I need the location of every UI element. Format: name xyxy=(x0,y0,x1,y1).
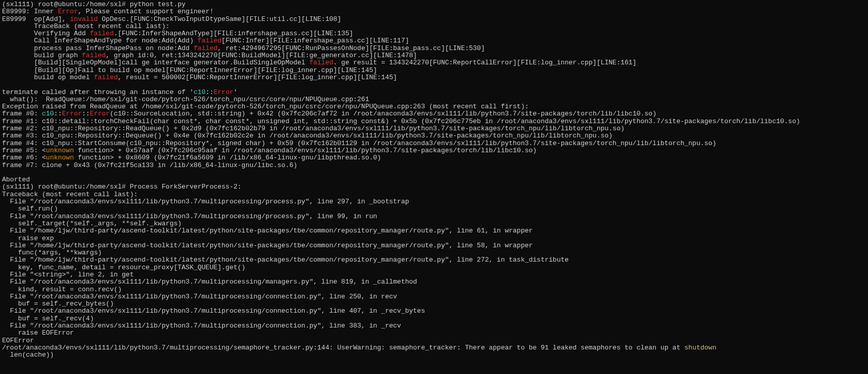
terminal-line: frame #7: clone + 0x43 (0x7fc21f5ca133 i… xyxy=(2,161,297,169)
terminal-line: E89999: Inner Error, Please contact supp… xyxy=(2,8,213,15)
terminal-text-segment: frame #4: c10_npu::StartConsume(c10_npu:… xyxy=(2,139,716,147)
terminal-line: File "/home/ljw/third-party/ascend-toolk… xyxy=(2,256,569,264)
terminal-text-segment: failed xyxy=(197,37,221,44)
terminal-text-segment: , result = 500002[FUNC:ReportInnerError]… xyxy=(118,74,397,81)
terminal-text-segment: build op model xyxy=(2,74,94,81)
terminal-text-segment: E89999: Inner xyxy=(2,8,58,15)
terminal-text-segment: self.run() xyxy=(2,205,58,213)
terminal-line: File "/root/anaconda3/envs/sxl111/lib/py… xyxy=(2,213,377,220)
terminal-text-segment: invalid xyxy=(70,15,98,23)
terminal-line: frame #1: c10::detail::torchCheckFail(ch… xyxy=(2,118,800,125)
terminal-text-segment: , graph id:0, ret:1343242270[FUNC:BuildM… xyxy=(106,52,417,59)
terminal-text-segment: ' xyxy=(234,88,238,96)
terminal-line: File "/root/anaconda3/envs/sxl111/lib/py… xyxy=(2,278,417,286)
terminal-text-segment: [FUNC:Infer][FILE:infershape_pass.cc][LI… xyxy=(221,37,409,44)
terminal-text-segment: [Build][Op]Fail to build op model[FUNC:R… xyxy=(2,66,377,74)
terminal-line: terminate called after throwing an insta… xyxy=(2,88,237,96)
terminal-text-segment: Error xyxy=(213,88,233,96)
terminal-text-segment: File "<string>", line 2, in get xyxy=(2,271,133,278)
terminal-line: Aborted xyxy=(2,176,30,183)
terminal-line: File "/home/ljw/third-party/ascend-toolk… xyxy=(2,227,533,235)
terminal-line: (sxl111) root@ubuntu:/home/sxl# python t… xyxy=(2,1,186,8)
terminal-text-segment: /root/anaconda3/envs/sxl111/lib/python3.… xyxy=(2,344,684,352)
terminal-text-segment: shutdown xyxy=(684,344,716,352)
terminal-line: /root/anaconda3/envs/sxl111/lib/python3.… xyxy=(2,344,716,352)
terminal-text-segment: raise exp xyxy=(2,235,54,242)
terminal-text-segment: TraceBack (most recent call last): xyxy=(2,22,170,30)
terminal-text-segment: Exception raised from ReadQueue at /home… xyxy=(2,103,529,110)
terminal-line: (sxl111) root@ubuntu:/home/sxl# Process … xyxy=(2,183,241,191)
terminal-text-segment: Error xyxy=(62,110,82,118)
terminal-text-segment: [Build][SingleOpModel]call ge interface … xyxy=(2,59,309,66)
terminal-text-segment: .[FUNC:InferShapeAndType][FILE:infershap… xyxy=(114,30,353,37)
terminal-line: File "/root/anaconda3/envs/sxl111/lib/py… xyxy=(2,293,397,300)
terminal-line: frame #5: <unknown function> + 0x57aaf (… xyxy=(2,147,537,154)
terminal-text-segment: File "/home/ljw/third-party/ascend-toolk… xyxy=(2,227,533,235)
terminal-line: TraceBack (most recent call last): xyxy=(2,22,170,30)
terminal-text-segment: Error xyxy=(90,110,110,118)
terminal-line: process pass InferShapePass on node:Add … xyxy=(2,44,485,52)
terminal-text-segment: (sxl111) root@ubuntu:/home/sxl# python t… xyxy=(2,1,186,8)
terminal-text-segment: File "/home/ljw/third-party/ascend-toolk… xyxy=(2,242,533,249)
terminal-line: key, func_name, detail = resource_proxy[… xyxy=(2,264,246,271)
terminal-text-segment: failed xyxy=(90,30,114,37)
terminal-text-segment: frame #0: xyxy=(2,110,42,118)
terminal-text-segment: build graph xyxy=(2,52,82,59)
terminal-line: [Build][SingleOpModel]call ge interface … xyxy=(2,59,636,66)
terminal-text-segment: frame #2: c10_npu::Repository::ReadQueue… xyxy=(2,125,625,132)
terminal-text-segment: buf = self._recv(4) xyxy=(2,315,94,322)
terminal-line: buf = self._recv(4) xyxy=(2,315,94,322)
terminal-text-segment: function> + 0x8609 (0x7fc21f6a5609 in /l… xyxy=(74,154,381,161)
terminal-text-segment: Error xyxy=(58,8,78,15)
terminal-text-segment: File "/root/anaconda3/envs/sxl111/lib/py… xyxy=(2,307,425,315)
terminal-text-segment: :: xyxy=(82,110,90,118)
terminal-text-segment: kind, result = conn.recv() xyxy=(2,286,122,293)
terminal-text-segment: unknown xyxy=(46,154,74,161)
terminal-output[interactable]: (sxl111) root@ubuntu:/home/sxl# python t… xyxy=(0,0,868,360)
terminal-line: File "/root/anaconda3/envs/sxl111/lib/py… xyxy=(2,198,409,205)
terminal-text-segment: key, func_name, detail = resource_proxy[… xyxy=(2,264,246,271)
terminal-text-segment: . ge result = 1343242270[FUNC:ReportCall… xyxy=(333,59,637,66)
terminal-text-segment: OpDesc.[FUNC:CheckTwoInputDtypeSame][FIL… xyxy=(98,15,341,23)
terminal-text-segment: Verifying Add xyxy=(2,30,90,37)
terminal-text-segment: File "/root/anaconda3/envs/sxl111/lib/py… xyxy=(2,322,401,330)
terminal-text-segment: raise EOFError xyxy=(2,329,74,337)
terminal-text-segment: what(): ReadQueue:/home/sxl/git-code/pyt… xyxy=(2,96,369,103)
terminal-text-segment: len(cache)) xyxy=(2,351,54,359)
terminal-line: raise EOFError xyxy=(2,329,74,337)
terminal-line: frame #2: c10_npu::Repository::ReadQueue… xyxy=(2,125,625,132)
terminal-line: Verifying Add failed.[FUNC:InferShapeAnd… xyxy=(2,30,353,37)
terminal-text-segment: func(*args, **kwargs) xyxy=(2,249,102,256)
terminal-text-segment: frame #3: c10_npu::Repository::Dequeue()… xyxy=(2,132,613,139)
terminal-line: raise exp xyxy=(2,235,54,242)
terminal-text-segment: function> + 0x57aaf (0x7fc206c95aaf in /… xyxy=(74,147,537,154)
terminal-line: File "<string>", line 2, in get xyxy=(2,271,133,278)
terminal-text-segment: process pass InferShapePass on node:Add xyxy=(2,44,193,52)
terminal-line: self._target(*self._args, **self._kwargs… xyxy=(2,220,182,227)
terminal-text-segment: , Please contact support engineer! xyxy=(78,8,213,15)
terminal-line: Call InferShapeAndType for node:Add(Add)… xyxy=(2,37,409,44)
terminal-line: len(cache)) xyxy=(2,351,54,359)
terminal-line: E89999 op[Add], invalid OpDesc.[FUNC:Che… xyxy=(2,15,341,23)
terminal-text-segment: frame #1: c10::detail::torchCheckFail(ch… xyxy=(2,118,800,125)
terminal-text-segment: EOFError xyxy=(2,337,34,344)
terminal-text-segment: :: xyxy=(206,88,214,96)
terminal-text-segment: , ret:4294967295[FUNC:RunPassesOnNode][F… xyxy=(217,44,485,52)
terminal-text-segment: buf = self._recv_bytes() xyxy=(2,300,114,308)
terminal-text-segment: self._target(*self._args, **self._kwargs… xyxy=(2,220,182,227)
terminal-text-segment: unknown xyxy=(46,147,74,154)
terminal-line: kind, result = conn.recv() xyxy=(2,286,122,293)
terminal-text-segment: File "/root/anaconda3/envs/sxl111/lib/py… xyxy=(2,198,409,205)
terminal-text-segment: (sxl111) root@ubuntu:/home/sxl# Process … xyxy=(2,183,241,191)
terminal-text-segment: c10 xyxy=(193,88,205,96)
terminal-text-segment: failed xyxy=(309,59,333,66)
terminal-text-segment: c10 xyxy=(42,110,54,118)
terminal-text-segment: File "/home/ljw/third-party/ascend-toolk… xyxy=(2,256,569,264)
terminal-line: build op model failed, result = 500002[F… xyxy=(2,74,397,81)
terminal-line: what(): ReadQueue:/home/sxl/git-code/pyt… xyxy=(2,96,369,103)
terminal-line: frame #3: c10_npu::Repository::Dequeue()… xyxy=(2,132,613,139)
terminal-line: File "/home/ljw/third-party/ascend-toolk… xyxy=(2,242,533,249)
terminal-line: frame #6: <unknown function> + 0x8609 (0… xyxy=(2,154,381,161)
terminal-text-segment: frame #7: clone + 0x43 (0x7fc21f5ca133 i… xyxy=(2,161,297,169)
terminal-line: func(*args, **kwargs) xyxy=(2,249,102,256)
